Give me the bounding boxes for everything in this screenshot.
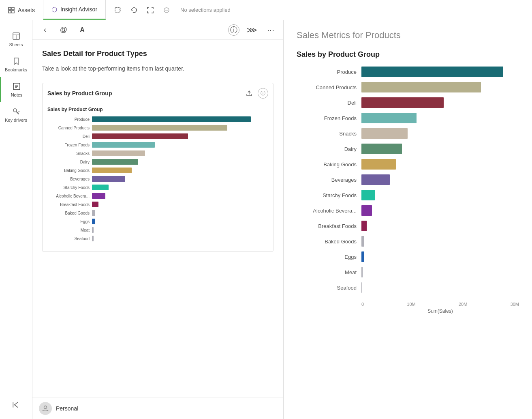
list-item: Deli [47, 133, 268, 140]
right-panel-title: Sales Metrics for Products [297, 30, 519, 41]
bar-fill [92, 142, 155, 148]
right-bar-track [361, 97, 519, 108]
collapse-icon [12, 400, 21, 409]
svg-point-21 [44, 406, 47, 409]
notes-icon [12, 82, 21, 91]
personal-label: Personal [56, 405, 78, 412]
right-bar-fill [361, 159, 396, 170]
right-chart-area: ProduceCanned ProductsDeliFrozen FoodsSn… [297, 65, 519, 409]
list-item: Seafood [297, 281, 519, 294]
bar-track [92, 176, 268, 182]
right-bar-fill [361, 144, 402, 154]
list-item: Alcoholic Bevera... [47, 192, 268, 200]
svg-rect-0 [9, 7, 11, 10]
list-item: Canned Products [297, 81, 519, 94]
content-scroll[interactable]: Sales Detail for Product Types Take a lo… [32, 40, 283, 398]
sidebar-collapse-btn[interactable] [9, 397, 24, 413]
right-bar-fill [361, 128, 408, 139]
mention-button[interactable]: @ [58, 24, 70, 36]
bar-label: Seafood [47, 236, 92, 241]
list-item: Breakfast Foods [297, 219, 519, 232]
sidebar-item-sheets[interactable]: Sheets [0, 27, 32, 52]
search-toolbar-icon[interactable] [112, 4, 124, 16]
list-item: Deli [297, 96, 519, 109]
bar-track [92, 193, 268, 199]
list-item: Produce [297, 65, 519, 78]
more-button[interactable]: ⋯ [265, 24, 277, 36]
tab-assets[interactable]: Assets [0, 0, 43, 20]
list-item: Starchy Foods [47, 184, 268, 191]
main-layout: Sheets Bookmarks Notes Key drivers [0, 20, 532, 419]
bar-label: Meat [47, 228, 92, 232]
list-item: Frozen Foods [47, 141, 268, 148]
list-item: Starchy Foods [297, 189, 519, 202]
expand-toolbar-icon[interactable] [145, 4, 156, 16]
right-bar-fill [361, 97, 444, 108]
list-item: Dairy [47, 158, 268, 165]
right-bar-label: Beverages [297, 177, 361, 183]
right-panel: Sales Metrics for Products Sales by Prod… [284, 20, 532, 419]
sidebar-item-key-drivers[interactable]: Key drivers [0, 102, 32, 127]
sidebar-item-notes[interactable]: Notes [0, 77, 32, 102]
sidebar-bottom [0, 397, 32, 419]
export-chart-btn[interactable] [244, 88, 254, 99]
right-bar-track [361, 144, 519, 154]
list-item: Frozen Foods [297, 112, 519, 125]
list-item: Baking Goods [47, 167, 268, 174]
bar-label: Frozen Foods [47, 143, 92, 147]
right-bar-label: Breakfast Foods [297, 223, 361, 229]
right-bar-label: Canned Products [297, 84, 361, 90]
right-bar-label: Baking Goods [297, 161, 361, 168]
right-bar-track [361, 221, 519, 231]
right-bar-fill [361, 205, 372, 216]
right-bar-fill [361, 82, 481, 92]
chart-card-actions: ⓘ [244, 88, 268, 99]
collapse-toolbar-icon[interactable] [161, 4, 172, 16]
sheets-icon [12, 32, 21, 41]
list-item: Beverages [47, 175, 268, 183]
refresh-toolbar-icon[interactable] [128, 4, 140, 16]
bar-fill [92, 150, 145, 156]
bar-fill [92, 236, 94, 241]
info-button[interactable]: ⓘ [228, 24, 239, 36]
right-bar-fill [361, 251, 364, 262]
skip-button[interactable]: ⋙ [246, 24, 258, 36]
list-item: Produce [47, 116, 268, 123]
right-bar-track [361, 174, 519, 185]
bar-label: Beverages [47, 177, 92, 181]
right-bar-track [361, 128, 519, 139]
chart-card-title: Sales by Product Group [47, 90, 112, 97]
right-bar-fill [361, 267, 363, 277]
bar-fill [92, 133, 188, 139]
bar-fill [92, 219, 95, 224]
key-drivers-label: Key drivers [5, 118, 27, 122]
list-item: Beverages [297, 173, 519, 186]
bar-track [92, 159, 268, 165]
bar-track [92, 219, 268, 224]
info-chart-btn[interactable]: ⓘ [258, 88, 268, 99]
bar-label: Canned Products [47, 126, 92, 130]
right-chart-container: Sales by Product Group ProduceCanned Pro… [297, 50, 519, 409]
tab-insight-advisor[interactable]: ⬡ Insight Advisor [43, 0, 106, 20]
right-bar-fill [361, 174, 390, 185]
assets-icon [8, 7, 15, 13]
bar-track [92, 202, 268, 207]
mini-bars-container: ProduceCanned ProductsDeliFrozen FoodsSn… [47, 116, 268, 242]
right-bar-fill [361, 221, 367, 231]
right-bar-track [361, 251, 519, 262]
right-bar-label: Eggs [297, 254, 361, 260]
text-button[interactable]: A [76, 24, 88, 36]
right-bar-track [361, 82, 519, 92]
bar-label: Starchy Foods [47, 185, 92, 190]
top-navigation: Assets ⬡ Insight Advisor [0, 0, 532, 20]
insight-tab-label: Insight Advisor [60, 6, 97, 13]
list-item: Canned Products [47, 124, 268, 131]
sidebar-item-bookmarks[interactable]: Bookmarks [0, 52, 32, 77]
content-panel: ‹ @ A ⓘ ⋙ ⋯ Sales Detail for Product Typ… [32, 20, 284, 419]
right-bar-label: Snacks [297, 131, 361, 137]
list-item: Snacks [47, 150, 268, 157]
x-axis-0: 0 [361, 302, 364, 307]
bar-label: Baked Goods [47, 211, 92, 215]
mini-chart: Sales by Product Group ProduceCanned Pro… [47, 103, 268, 247]
back-button[interactable]: ‹ [39, 24, 51, 36]
